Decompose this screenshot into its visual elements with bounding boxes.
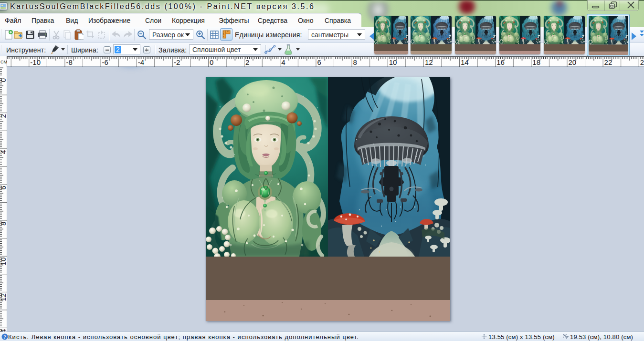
svg-text:0: 0 [0, 78, 7, 82]
svg-text:-8: -8 [66, 58, 72, 66]
svg-text:8: 8 [353, 58, 357, 66]
svg-text:6: 6 [0, 186, 7, 189]
svg-text:-4: -4 [138, 58, 144, 66]
svg-text:6: 6 [317, 58, 321, 66]
svg-text:12: 12 [0, 293, 7, 301]
svg-text:8: 8 [0, 222, 7, 226]
svg-text:2: 2 [245, 58, 249, 66]
svg-text:12: 12 [425, 58, 433, 66]
svg-text:?: ? [4, 334, 6, 340]
svg-text:0: 0 [210, 58, 213, 66]
svg-text:4: 4 [0, 150, 7, 154]
svg-text:-6: -6 [102, 58, 108, 66]
svg-text:24: 24 [640, 58, 644, 66]
svg-text:2: 2 [0, 114, 7, 118]
svg-text:22: 22 [604, 58, 612, 66]
svg-text:-10: -10 [30, 58, 41, 66]
svg-text:18: 18 [532, 58, 540, 66]
svg-text:14: 14 [461, 58, 469, 66]
svg-text:16: 16 [496, 58, 505, 66]
svg-text:-2: -2 [174, 58, 180, 66]
svg-text:20: 20 [569, 58, 577, 66]
svg-text:10: 10 [389, 58, 397, 66]
svg-text:10: 10 [0, 258, 7, 266]
svg-text:4: 4 [281, 58, 285, 66]
